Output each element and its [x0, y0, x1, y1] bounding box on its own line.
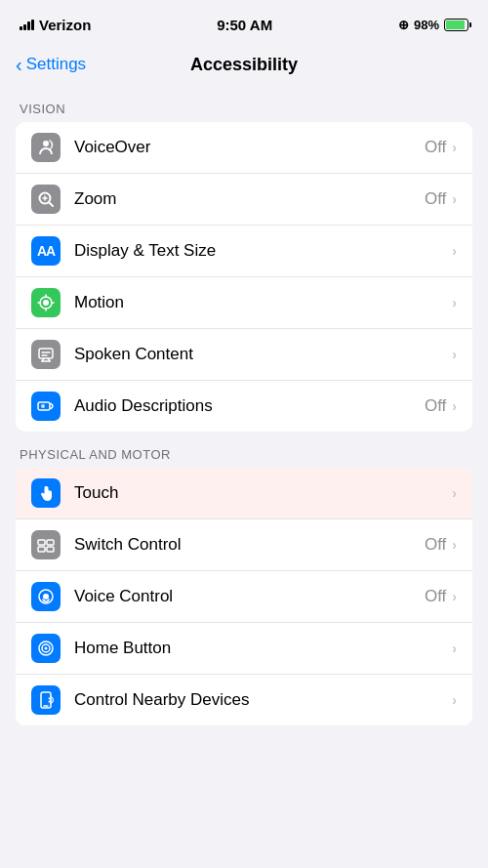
control-nearby-label: Control Nearby Devices: [74, 690, 446, 710]
carrier-label: Verizon: [39, 17, 91, 33]
svg-rect-17: [38, 547, 45, 552]
content-area: VISION VoiceOver Off ›: [0, 86, 488, 868]
vision-list: VoiceOver Off › Zoom Off ›: [16, 122, 472, 432]
audio-desc-label: Audio Descriptions: [74, 396, 425, 416]
touch-chevron-icon: ›: [452, 485, 457, 501]
switch-control-value: Off: [425, 535, 446, 555]
status-time: 9:50 AM: [217, 17, 272, 33]
zoom-item[interactable]: Zoom Off ›: [16, 174, 472, 226]
voice-control-chevron-icon: ›: [452, 589, 457, 604]
battery-icon: [444, 19, 468, 31]
svg-point-23: [45, 647, 48, 650]
audio-desc-chevron-icon: ›: [452, 398, 457, 414]
display-chevron-icon: ›: [452, 243, 457, 259]
page-title: Accessibility: [190, 55, 298, 75]
svg-point-5: [43, 300, 49, 306]
display-icon: AA: [31, 236, 61, 266]
status-bar: Verizon 9:50 AM ⊕ 98%: [0, 0, 488, 43]
voiceover-label: VoiceOver: [74, 138, 425, 157]
physical-section: PHYSICAL AND MOTOR Touch ›: [0, 439, 488, 725]
svg-rect-18: [47, 547, 54, 552]
spoken-chevron-icon: ›: [452, 347, 457, 362]
svg-rect-11: [39, 349, 53, 358]
motion-item[interactable]: Motion ›: [16, 277, 472, 329]
touch-icon: [31, 478, 61, 508]
zoom-label: Zoom: [74, 189, 425, 209]
zoom-chevron-icon: ›: [452, 191, 457, 207]
switch-control-icon: [31, 530, 61, 559]
voiceover-item[interactable]: VoiceOver Off ›: [16, 122, 472, 174]
back-button[interactable]: ‹ Settings: [16, 55, 86, 74]
back-label: Settings: [26, 55, 86, 74]
motion-icon: [31, 288, 61, 317]
control-nearby-item[interactable]: Control Nearby Devices ›: [16, 675, 472, 725]
audio-desc-value: Off: [425, 396, 446, 416]
home-button-chevron-icon: ›: [452, 641, 457, 656]
switch-control-chevron-icon: ›: [452, 537, 457, 553]
home-button-label: Home Button: [74, 639, 446, 658]
signal-icon: [20, 20, 34, 30]
physical-section-header: PHYSICAL AND MOTOR: [0, 439, 488, 468]
battery-percent-label: 98%: [414, 18, 439, 32]
vision-section: VISION VoiceOver Off ›: [0, 94, 488, 432]
control-nearby-icon: [31, 685, 61, 715]
svg-point-20: [43, 594, 49, 599]
home-button-icon: [31, 634, 61, 663]
zoom-icon: [31, 185, 61, 214]
audio-desc-item[interactable]: Audio Descriptions Off ›: [16, 381, 472, 432]
switch-control-label: Switch Control: [74, 535, 425, 555]
voice-control-label: Voice Control: [74, 587, 425, 606]
display-item[interactable]: AA Display & Text Size ›: [16, 226, 472, 277]
carrier-signal: Verizon: [20, 17, 91, 33]
navigation-bar: ‹ Settings Accessibility: [0, 43, 488, 86]
touch-item[interactable]: Touch ›: [16, 468, 472, 519]
spoken-label: Spoken Content: [74, 345, 446, 364]
voiceover-chevron-icon: ›: [452, 140, 457, 155]
status-right: ⊕ 98%: [398, 18, 468, 32]
voice-control-icon: [31, 582, 61, 611]
physical-list: Touch › Switch Control Off ›: [16, 468, 472, 725]
motion-chevron-icon: ›: [452, 295, 457, 310]
voice-control-item[interactable]: Voice Control Off ›: [16, 571, 472, 623]
spoken-item[interactable]: Spoken Content ›: [16, 329, 472, 381]
svg-rect-16: [47, 540, 54, 545]
home-button-item[interactable]: Home Button ›: [16, 623, 472, 675]
svg-rect-15: [38, 540, 45, 545]
voice-control-value: Off: [425, 587, 446, 606]
svg-point-0: [43, 141, 49, 146]
svg-line-2: [50, 203, 54, 207]
voiceover-value: Off: [425, 138, 446, 157]
touch-label: Touch: [74, 483, 446, 503]
control-nearby-chevron-icon: ›: [452, 692, 457, 708]
audio-desc-icon: [31, 392, 61, 421]
location-icon: ⊕: [398, 18, 409, 32]
spoken-icon: [31, 340, 61, 369]
display-label: Display & Text Size: [74, 241, 446, 261]
svg-point-14: [41, 404, 45, 408]
motion-label: Motion: [74, 293, 446, 312]
voiceover-icon: [31, 133, 61, 162]
back-chevron-icon: ‹: [16, 55, 22, 74]
vision-section-header: VISION: [0, 94, 488, 122]
switch-control-item[interactable]: Switch Control Off ›: [16, 519, 472, 571]
zoom-value: Off: [425, 189, 446, 209]
